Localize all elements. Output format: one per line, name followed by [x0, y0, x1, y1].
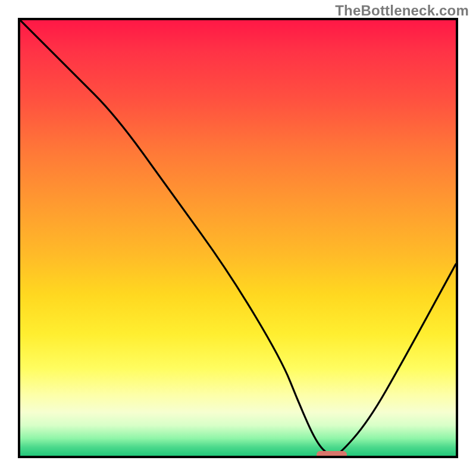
plot-area	[18, 18, 458, 458]
chart-container: TheBottleneck.com	[0, 0, 476, 476]
watermark-text: TheBottleneck.com	[335, 2, 469, 19]
curve-path	[20, 20, 456, 456]
optimal-range-marker	[317, 451, 347, 458]
bottleneck-curve	[20, 20, 456, 456]
